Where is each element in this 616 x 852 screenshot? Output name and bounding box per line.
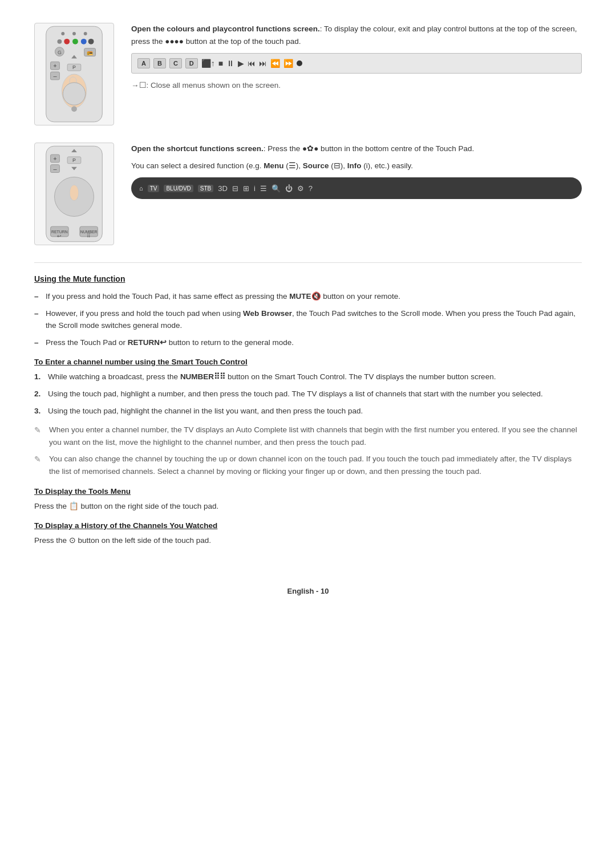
divider-1 (34, 262, 582, 263)
svg-text:+: + (53, 62, 56, 69)
sbar-settings: ⚙ (297, 184, 304, 193)
remote-illustration-1: G 📻 + – P (34, 23, 114, 125)
svg-text:P: P (72, 157, 76, 163)
shortcut-heading-text: Open the shortcut functions screen. (131, 144, 264, 153)
svg-point-4 (57, 39, 62, 44)
channel-note-1: When you enter a channel number, the TV … (34, 424, 582, 448)
svg-point-3 (84, 32, 87, 35)
channel-notes-list: When you enter a channel number, the TV … (34, 424, 582, 477)
shortcut-para-1: Open the shortcut functions screen.: Pre… (131, 143, 582, 155)
sbar-bluray: BLU/DVD (164, 185, 193, 192)
mute-bullet-1: If you press and hold the Touch Pad, it … (34, 290, 582, 303)
svg-point-24 (71, 106, 77, 112)
icon-dot-black (297, 60, 302, 66)
mute-bullet-2: However, if you press and hold the touch… (34, 307, 582, 332)
history-heading: To Display a History of the Channels You… (34, 521, 582, 530)
svg-point-2 (72, 32, 76, 35)
channel-note-2: You can also change the channel by touch… (34, 453, 582, 477)
colours-para: Open the colours and playcontrol functio… (131, 23, 582, 47)
step-num-2: 2. (34, 388, 40, 400)
colours-section: G 📻 + – P (34, 23, 582, 125)
number-bold-1: NUMBER⠿⠿ (180, 372, 225, 381)
sbar-menu-icon: ☰ (260, 184, 267, 193)
channel-step-1: 1. While watching a broadcast, press the… (34, 371, 582, 383)
web-browser-bold: Web Browser (243, 309, 292, 318)
control-bar-1: A B C D ⬛↑ ■ ⏸ ▶ ⏮ ⏭ ⏪ ⏩ (131, 53, 582, 74)
channel-step-2: 2. Using the touch pad, highlight a numb… (34, 388, 582, 400)
btn-a: A (137, 58, 150, 68)
shortcut-para-2: You can select a desired function (e.g. … (131, 160, 582, 172)
svg-text:+: + (53, 155, 56, 162)
channel-step-3: 3. Using the touch pad, highlight the ch… (34, 405, 582, 417)
icon-rewind: ⏪ (270, 59, 280, 68)
colours-text: Open the colours and playcontrol functio… (131, 23, 582, 96)
shortcut-bar: ⌂ TV BLU/DVD STB 3D ⊟ ⊞ i ☰ 🔍 ⏻ ⚙ ? (131, 177, 582, 199)
svg-point-1 (61, 32, 64, 35)
channel-number-heading: To Enter a channel number using the Smar… (34, 358, 582, 366)
svg-text:⠿: ⠿ (87, 233, 91, 239)
tools-menu-heading: To Display the Tools Menu (34, 487, 582, 496)
shortcut-text: Open the shortcut functions screen.: Pre… (131, 143, 582, 205)
svg-point-36 (70, 185, 79, 201)
svg-text:P: P (72, 64, 76, 70)
sbar-home: ⌂ (139, 185, 143, 192)
remote-illustration-2: + – P RETURN ↩ (34, 143, 114, 245)
footer-text: English - 10 (287, 587, 329, 595)
sbar-help: ? (309, 184, 313, 193)
sbar-grid: ⊞ (243, 184, 249, 193)
channel-steps-list: 1. While watching a broadcast, press the… (34, 371, 582, 417)
svg-point-5 (64, 39, 70, 44)
sbar-info-i: i (254, 184, 256, 193)
mute-bullet-3: Press the Touch Pad or RETURN↩ button to… (34, 336, 582, 349)
source-bold: Source (303, 161, 329, 170)
mute-heading: Using the Mute function (34, 274, 582, 283)
sbar-source: ⊟ (232, 184, 238, 193)
icon-fast-forward: ⏩ (283, 59, 293, 68)
sbar-stb: STB (198, 185, 213, 192)
page-footer: English - 10 (34, 581, 582, 595)
info-bold: Info (347, 161, 362, 170)
tools-menu-text: Press the 📋 button on the right side of … (34, 500, 582, 513)
mute-section: Using the Mute function If you press and… (34, 274, 582, 547)
svg-point-8 (88, 39, 94, 44)
icon-prev: ⏮ (248, 59, 256, 68)
colours-heading-text: Open the colours and playcontrol functio… (131, 25, 320, 33)
step-num-1: 1. (34, 371, 40, 383)
svg-text:–: – (53, 72, 57, 79)
mute-bullet-list: If you press and hold the Touch Pad, it … (34, 290, 582, 348)
icon-play: ▶ (238, 59, 244, 68)
svg-point-6 (72, 39, 78, 44)
btn-d: D (185, 58, 198, 68)
step-num-3: 3. (34, 405, 40, 417)
btn-b: B (153, 58, 166, 68)
sbar-3d: 3D (218, 184, 228, 193)
page-content: G 📻 + – P (34, 23, 582, 595)
icon-stop: ■ (218, 59, 223, 68)
btn-c: C (169, 58, 182, 68)
close-note-text: →☐: Close all menus shown on the screen. (131, 79, 582, 92)
sbar-power: ⏻ (285, 184, 293, 193)
menu-bold: Menu (264, 161, 283, 170)
shortcut-section: + – P RETURN ↩ (34, 143, 582, 245)
mute-bold-1: MUTE🔇 (289, 292, 321, 301)
icon-tools: ⬛↑ (201, 59, 215, 68)
svg-text:↩: ↩ (57, 233, 62, 239)
svg-text:G: G (58, 50, 62, 55)
svg-point-23 (63, 83, 85, 105)
svg-text:📻: 📻 (87, 49, 94, 56)
svg-text:–: – (53, 165, 57, 172)
sbar-tv: TV (148, 185, 160, 192)
icon-next-chapter: ⏭ (259, 59, 267, 68)
svg-point-7 (81, 39, 87, 44)
icon-pause: ⏸ (226, 59, 234, 68)
sbar-search: 🔍 (271, 184, 281, 193)
return-bold: RETURN↩ (128, 338, 167, 347)
history-text: Press the ⊙ button on the left side of t… (34, 534, 582, 547)
